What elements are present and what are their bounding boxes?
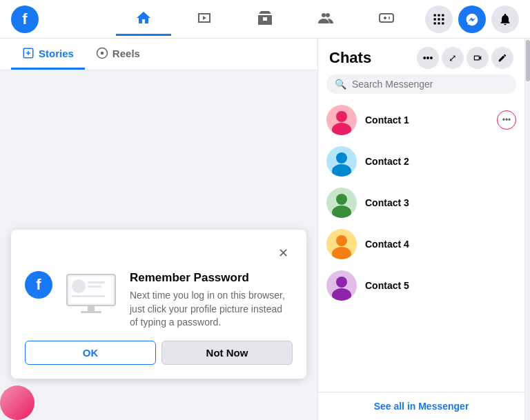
nav-groups-button[interactable] [298, 3, 353, 36]
avatar [326, 229, 357, 259]
svg-point-8 [389, 18, 390, 19]
chat-info: Contact 4 [365, 239, 516, 250]
chats-expand-button[interactable]: ⤢ [442, 47, 464, 69]
chats-more-button[interactable]: ••• [417, 47, 439, 69]
see-all-messenger-link[interactable]: See all in Messenger [318, 392, 524, 420]
chats-compose-button[interactable] [491, 47, 513, 69]
avatar-image [326, 105, 357, 135]
nav-right [425, 6, 519, 33]
tab-reels-label: Reels [112, 48, 140, 59]
list-item[interactable]: Contact 3 [318, 182, 524, 223]
compose-icon [498, 53, 507, 63]
search-icon: 🔍 [335, 79, 346, 90]
facebook-logo-icon: f [11, 6, 39, 33]
svg-point-20 [101, 52, 104, 55]
svg-point-44 [336, 277, 347, 288]
chat-name: Contact 1 [365, 114, 494, 126]
stories-icon [22, 47, 35, 59]
stories-tabs: Stories Reels [0, 39, 317, 70]
svg-rect-29 [88, 306, 95, 311]
marketplace-icon [257, 10, 273, 26]
search-box[interactable]: 🔍 [326, 74, 516, 94]
avatar [326, 270, 357, 301]
nav-marketplace-button[interactable] [237, 3, 293, 36]
chat-more-button[interactable]: ••• [497, 110, 516, 130]
video-call-icon [473, 53, 482, 63]
svg-rect-9 [434, 14, 436, 16]
main-area: Stories Reels ✕ f [0, 39, 530, 420]
list-item[interactable]: Contact 1 ••• [318, 99, 524, 141]
svg-rect-28 [72, 295, 105, 297]
avatar-image [326, 146, 357, 177]
grid-icon [432, 12, 446, 26]
avatar-image [326, 229, 357, 259]
svg-point-3 [326, 13, 330, 17]
reels-icon [96, 47, 108, 59]
dialog-close-button[interactable]: ✕ [273, 243, 293, 263]
dialog-title: Remember Password [130, 271, 293, 285]
tab-stories-label: Stories [39, 48, 74, 59]
messenger-button[interactable] [458, 6, 486, 33]
bottom-avatar [0, 386, 35, 420]
nav-home-button[interactable] [116, 3, 171, 36]
dialog-buttons: OK Not Now [25, 341, 293, 365]
chat-info: Contact 5 [365, 280, 516, 291]
svg-rect-12 [434, 18, 436, 20]
chats-header: Chats ••• ⤢ [318, 39, 524, 74]
notifications-button[interactable] [491, 6, 519, 33]
avatar [326, 105, 357, 135]
chat-list: Contact 1 ••• Contact 2 [318, 99, 524, 392]
avatar [326, 188, 357, 218]
avatar [326, 146, 357, 177]
svg-text:f: f [22, 10, 28, 28]
svg-rect-16 [438, 22, 440, 24]
scroll-thumb[interactable] [526, 40, 530, 81]
chats-panel: Chats ••• ⤢ 🔍 [317, 39, 524, 420]
dialog-description: Next time you log in on this browser, ju… [130, 289, 293, 330]
svg-point-2 [322, 13, 326, 17]
svg-text:f: f [36, 276, 41, 293]
scrollbar[interactable] [524, 39, 530, 420]
groups-icon [317, 10, 334, 26]
tab-stories[interactable]: Stories [11, 39, 85, 70]
avatar-image [326, 270, 357, 301]
svg-point-38 [336, 194, 347, 205]
tab-reels[interactable]: Reels [85, 39, 151, 70]
svg-point-41 [336, 235, 347, 246]
list-item[interactable]: Contact 4 [318, 223, 524, 265]
nav-gaming-button[interactable] [359, 3, 414, 36]
svg-rect-30 [81, 311, 101, 313]
chat-info: Contact 2 [365, 156, 516, 167]
fb-logo-icon: f [25, 271, 52, 299]
gaming-icon [378, 10, 395, 26]
list-item[interactable]: Contact 5 [318, 265, 524, 306]
chat-name: Contact 4 [365, 239, 516, 250]
svg-rect-10 [438, 14, 440, 16]
chat-info: Contact 3 [365, 197, 516, 208]
svg-rect-25 [72, 279, 86, 293]
svg-rect-27 [88, 286, 101, 288]
search-input[interactable] [352, 79, 508, 90]
chat-name: Contact 5 [365, 280, 516, 291]
chat-info: Contact 1 [365, 114, 494, 126]
dialog-text: Remember Password Next time you log in o… [130, 271, 293, 330]
chat-name: Contact 2 [365, 156, 516, 167]
content-area: Stories Reels ✕ f [0, 39, 317, 420]
messenger-icon [465, 12, 479, 26]
grid-menu-button[interactable] [425, 6, 453, 33]
not-now-button[interactable]: Not Now [161, 341, 293, 365]
nav-center [116, 3, 414, 36]
svg-point-7 [389, 17, 390, 18]
svg-rect-13 [438, 18, 440, 20]
avatar-image [326, 188, 357, 218]
svg-point-32 [336, 111, 347, 122]
ok-button[interactable]: OK [25, 341, 156, 365]
chats-video-button[interactable] [467, 47, 489, 69]
monitor-icon [63, 271, 119, 316]
watch-icon [196, 10, 213, 26]
nav-watch-button[interactable] [177, 3, 232, 36]
svg-rect-26 [88, 281, 105, 283]
content-placeholder [0, 70, 317, 208]
list-item[interactable]: Contact 2 [318, 141, 524, 182]
svg-rect-14 [442, 18, 444, 20]
